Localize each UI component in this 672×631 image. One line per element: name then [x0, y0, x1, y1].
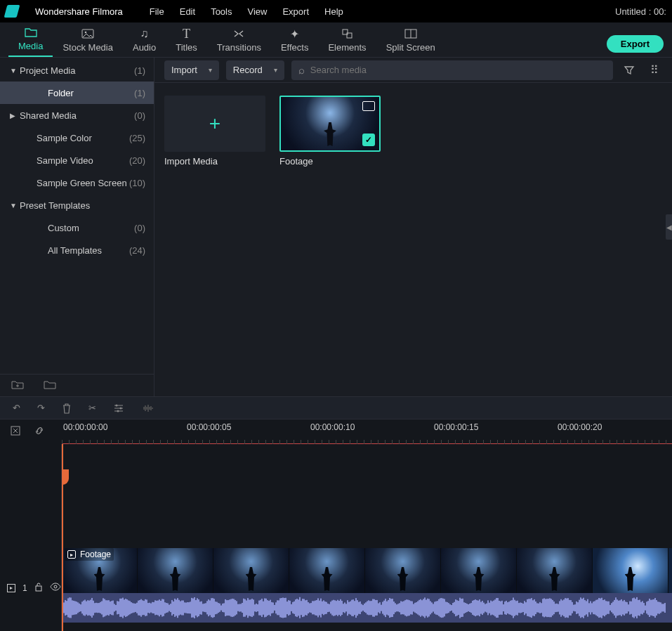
menu-file[interactable]: File: [150, 6, 164, 17]
cut-icon[interactable]: ✂: [88, 403, 96, 413]
sidebar-item-shared-media[interactable]: ▶ Shared Media (0): [0, 104, 154, 126]
sidebar-item-label: Sample Video: [20, 155, 129, 166]
timeline-tracks: ▸ 1 ▸ Footage: [0, 444, 672, 631]
play-icon: ▸: [7, 584, 15, 592]
sidebar-item-sample-video[interactable]: Sample Video (20): [0, 149, 154, 171]
tab-label: Split Screen: [386, 42, 435, 53]
tab-label: Effects: [281, 42, 309, 53]
ruler-tick: 00:00:00:05: [187, 422, 231, 432]
clip-label-overlay: ▸ Footage: [65, 548, 114, 561]
dropdown-label: Import: [171, 65, 197, 75]
record-dropdown[interactable]: Record ▾: [226, 60, 284, 80]
audio-clip[interactable]: [62, 593, 672, 623]
adjust-icon[interactable]: [113, 403, 124, 413]
sidebar-item-count: (0): [134, 110, 145, 121]
undo-icon[interactable]: ↶: [13, 403, 20, 413]
media-tree: ▼ Project Media (1) Folder (1) ▶ Shared …: [0, 58, 154, 374]
audio-waveform-icon: [62, 593, 672, 623]
chevron-down-icon: ▼: [10, 67, 20, 74]
ruler-left-controls: [0, 419, 62, 444]
eye-icon[interactable]: [50, 583, 61, 593]
search-media[interactable]: ⌕: [291, 60, 613, 80]
module-tabbar: Media Stock Media ♫ Audio T Titles Trans…: [0, 22, 672, 58]
panel-collapse-handle[interactable]: ◀: [666, 214, 672, 240]
search-icon: ⌕: [298, 64, 305, 76]
ruler-tick: 00:00:00:00: [63, 422, 107, 432]
lock-icon[interactable]: [34, 582, 43, 594]
sidebar-item-count: (20): [129, 155, 145, 166]
waveform-icon[interactable]: [141, 403, 154, 413]
svg-point-11: [54, 585, 57, 588]
text-icon: T: [183, 27, 190, 40]
sidebar-item-all-templates[interactable]: All Templates (24): [0, 239, 154, 261]
menubar: Wondershare Filmora File Edit Tools View…: [0, 0, 672, 22]
tab-stock-media[interactable]: Stock Media: [53, 25, 123, 57]
new-folder-icon[interactable]: [11, 379, 24, 391]
sidebar-item-folder[interactable]: Folder (1): [0, 82, 154, 104]
sidebar-item-custom[interactable]: Custom (0): [0, 216, 154, 239]
sidebar-item-label: Sample Color: [20, 133, 129, 143]
track-area[interactable]: ▸ Footage: [62, 444, 672, 631]
menu-tools[interactable]: Tools: [211, 6, 232, 17]
sidebar-item-count: (1): [134, 65, 145, 76]
filter-icon[interactable]: [620, 61, 638, 79]
sidebar-item-label: Sample Green Screen: [20, 178, 129, 188]
sidebar-item-count: (0): [134, 223, 145, 233]
redo-icon[interactable]: ↷: [37, 403, 45, 413]
dropdown-label: Record: [233, 65, 263, 75]
tab-split-screen[interactable]: Split Screen: [376, 25, 445, 57]
tab-label: Transitions: [217, 42, 261, 53]
track-headers: ▸ 1: [0, 444, 62, 631]
sidebar-item-sample-color[interactable]: Sample Color (25): [0, 126, 154, 149]
tab-label: Elements: [328, 42, 366, 53]
marker-tool-icon[interactable]: [10, 425, 21, 438]
clip-thumb[interactable]: ✓: [279, 96, 381, 152]
video-clip[interactable]: [62, 548, 672, 593]
playhead[interactable]: [62, 444, 63, 631]
tab-transitions[interactable]: Transitions: [207, 25, 271, 57]
media-content: Import ▾ Record ▾ ⌕ ⠿ + Import Media: [154, 58, 672, 396]
tab-media[interactable]: Media: [8, 23, 53, 57]
tab-elements[interactable]: Elements: [318, 25, 376, 57]
playhead-handle-icon[interactable]: [62, 469, 69, 485]
play-icon: ▸: [67, 550, 76, 559]
svg-point-1: [85, 32, 87, 34]
sidebar-item-sample-green-screen[interactable]: Sample Green Screen (10): [0, 171, 154, 194]
clip-card-footage[interactable]: ✓ Footage: [279, 96, 381, 167]
tab-audio[interactable]: ♫ Audio: [123, 25, 166, 57]
sidebar-item-label: Folder: [20, 88, 134, 98]
delete-icon[interactable]: [62, 403, 72, 414]
menu-list: File Edit Tools View Export Help: [150, 6, 343, 17]
media-gallery: + Import Media ✓ Footage: [154, 83, 672, 179]
project-status: Untitled : 00:: [615, 6, 666, 17]
sidebar-item-preset-templates[interactable]: ▼ Preset Templates: [0, 194, 154, 216]
import-dropdown[interactable]: Import ▾: [164, 60, 219, 80]
search-input[interactable]: [310, 65, 606, 75]
ruler-scale[interactable]: 00:00:00:00 00:00:00:05 00:00:00:10 00:0…: [62, 419, 672, 444]
export-button[interactable]: Export: [607, 35, 664, 53]
timeline-toolbar: ↶ ↷ ✂: [0, 396, 672, 419]
open-folder-icon[interactable]: [44, 379, 56, 391]
app-logo-icon: [4, 5, 20, 18]
sidebar-item-project-media[interactable]: ▼ Project Media (1): [0, 59, 154, 82]
menu-help[interactable]: Help: [324, 6, 343, 17]
svg-point-6: [116, 404, 118, 406]
ruler-tick: 00:00:00:10: [310, 422, 355, 432]
sidebar-item-label: Preset Templates: [20, 200, 145, 211]
tab-effects[interactable]: ✦ Effects: [271, 25, 319, 57]
menu-view[interactable]: View: [247, 6, 267, 17]
clip-figure-icon: [324, 122, 336, 146]
menu-export[interactable]: Export: [282, 6, 309, 17]
tab-titles[interactable]: T Titles: [166, 25, 207, 57]
video-badge-icon: [362, 101, 375, 111]
sidebar-item-label: All Templates: [20, 245, 129, 256]
import-thumb[interactable]: +: [164, 96, 265, 152]
content-toolbar: Import ▾ Record ▾ ⌕ ⠿: [154, 58, 672, 83]
link-tool-icon[interactable]: [34, 425, 45, 438]
grid-view-icon[interactable]: ⠿: [645, 61, 664, 79]
import-media-card[interactable]: + Import Media: [164, 96, 265, 167]
menu-edit[interactable]: Edit: [180, 6, 195, 17]
tab-label: Stock Media: [62, 42, 113, 53]
video-track-header[interactable]: ▸ 1: [0, 582, 61, 594]
ruler-tick: 00:00:00:15: [434, 422, 478, 432]
